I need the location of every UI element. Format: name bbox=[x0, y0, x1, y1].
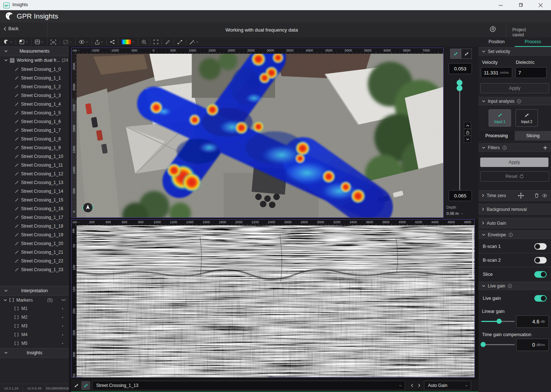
app-menu-button[interactable] bbox=[0, 37, 16, 46]
dielectric-input[interactable]: 7 bbox=[515, 67, 547, 78]
sidebar-item-scan[interactable]: Street Crossing_1_21 bbox=[0, 248, 69, 257]
measure-button[interactable] bbox=[162, 37, 174, 46]
background-removal-step-row[interactable]: Background removal bbox=[478, 204, 551, 215]
sidebar-item-scan[interactable]: Street Crossing_1_10 bbox=[0, 152, 69, 161]
input1-button[interactable]: Input 1 bbox=[489, 109, 511, 127]
minimize-button[interactable] bbox=[492, 0, 509, 10]
sidebar-item-scan[interactable]: Street Crossing_1_1 bbox=[0, 74, 69, 82]
envelope-header[interactable]: Envelope bbox=[478, 230, 551, 239]
tab-processing[interactable]: Processing bbox=[478, 131, 515, 140]
delete-icon[interactable] bbox=[535, 193, 539, 198]
input-analysis-header[interactable]: Input analysis bbox=[478, 97, 551, 105]
depth-range-slider[interactable] bbox=[459, 78, 460, 190]
bottombar-input2-toggle[interactable] bbox=[81, 381, 90, 390]
input1-view-toggle[interactable] bbox=[450, 49, 461, 59]
bscan1-toggle[interactable] bbox=[534, 243, 547, 250]
sidebar-item-marker[interactable]: M4 bbox=[0, 330, 69, 339]
auto-gain-step-row[interactable]: Auto Gain bbox=[478, 218, 551, 228]
set-velocity-header[interactable]: Set velocity bbox=[478, 47, 551, 56]
map-viewer[interactable]: cm -1500-1000-50005001000150020002500300… bbox=[71, 48, 444, 218]
depth-bottom-value[interactable]: 0.065 bbox=[449, 190, 472, 201]
gain-mode-dropdown[interactable]: Auto Gain bbox=[424, 381, 471, 390]
bottombar-input1-toggle[interactable] bbox=[72, 381, 81, 390]
depth-step-down-button[interactable] bbox=[464, 136, 471, 143]
bscan-horizontal-scrollbar[interactable] bbox=[81, 374, 268, 377]
sidebar-item-scan[interactable]: Street Crossing_1_11 bbox=[0, 161, 69, 170]
sidebar-item-scan[interactable]: Street Crossing_1_20 bbox=[0, 239, 69, 248]
depth-lock-button[interactable] bbox=[464, 129, 471, 136]
maximize-button[interactable] bbox=[512, 0, 529, 10]
analysis-wand-button[interactable] bbox=[186, 37, 202, 46]
next-scan-button[interactable] bbox=[416, 381, 423, 390]
zoom-history-button[interactable] bbox=[138, 37, 150, 46]
sidebar-item-scan[interactable]: Street Crossing_1_14 bbox=[0, 187, 69, 196]
sidebar-item-scan[interactable]: Street Crossing_1_3 bbox=[0, 91, 69, 100]
sidebar-item-marker[interactable]: M3 bbox=[0, 322, 69, 330]
depth-slider-handle-top[interactable] bbox=[457, 80, 462, 86]
bscan-vertical-scrollbar[interactable] bbox=[472, 229, 474, 280]
interpretation-section-header[interactable]: Interpretation bbox=[0, 286, 69, 296]
velocity-input[interactable]: 11.331cm/ns bbox=[481, 67, 512, 78]
velocity-apply-button[interactable]: Apply bbox=[480, 83, 549, 93]
tgc-slider-handle[interactable] bbox=[481, 342, 486, 347]
sidebar-item-marker[interactable]: M5 bbox=[0, 339, 69, 348]
measurement-group[interactable]: Working with dual fr... (24 bbox=[0, 56, 69, 65]
live-gain-toggle[interactable] bbox=[534, 295, 547, 302]
aerial-map-canvas[interactable] bbox=[72, 54, 443, 217]
sidebar-item-scan[interactable]: Street Crossing_1_19 bbox=[0, 230, 69, 239]
settings-button[interactable] bbox=[489, 26, 497, 34]
eye-closed-icon[interactable] bbox=[61, 299, 66, 302]
insights-section-header[interactable]: Insights bbox=[0, 348, 69, 358]
depth-top-value[interactable]: 0.053 bbox=[449, 63, 472, 74]
export-button[interactable] bbox=[92, 37, 106, 46]
sidebar-item-scan[interactable]: Street Crossing_1_8 bbox=[0, 135, 69, 143]
filters-apply-button[interactable]: Apply bbox=[480, 158, 548, 167]
depth-value-dropdown[interactable]: 0.06 m bbox=[446, 211, 463, 216]
bscan-viewer[interactable]: cm 2004006008001000120014001600180020002… bbox=[71, 219, 475, 377]
close-button[interactable] bbox=[532, 0, 549, 10]
visibility-icon[interactable] bbox=[542, 194, 547, 197]
move-icon[interactable] bbox=[518, 192, 524, 199]
visibility-button[interactable] bbox=[75, 37, 91, 46]
share-button[interactable] bbox=[107, 37, 118, 46]
sidebar-item-scan[interactable]: Street Crossing_1_22 bbox=[0, 257, 69, 265]
image-adjust-button[interactable] bbox=[60, 37, 75, 46]
sidebar-item-scan[interactable]: Street Crossing_1_23 bbox=[0, 265, 69, 274]
sidebar-item-scan[interactable]: Street Crossing_1_2 bbox=[0, 82, 69, 91]
input2-view-toggle[interactable] bbox=[461, 49, 472, 59]
colormap-button[interactable] bbox=[118, 37, 138, 46]
back-button[interactable]: Back bbox=[4, 26, 19, 31]
tgc-value[interactable]: 0dB/ns bbox=[516, 339, 549, 351]
markers-group[interactable]: Markers (5) bbox=[0, 295, 69, 305]
three-d-view-button[interactable]: 3D bbox=[47, 37, 60, 46]
tgc-slider[interactable] bbox=[481, 344, 515, 345]
input2-button[interactable]: Input 2 bbox=[515, 109, 538, 127]
bscan2-toggle[interactable] bbox=[534, 257, 547, 264]
timezero-step-row[interactable]: Time zero bbox=[478, 190, 551, 201]
map-unit-dropdown[interactable]: cm bbox=[73, 49, 80, 52]
split-view-button[interactable] bbox=[32, 37, 47, 46]
sidebar-item-scan[interactable]: Street Crossing_1_5 bbox=[0, 109, 69, 117]
sidebar-item-marker[interactable]: M2 bbox=[0, 313, 69, 322]
sidebar-item-marker[interactable]: M1 bbox=[0, 304, 69, 313]
sidebar-item-scan[interactable]: Street Crossing_1_13 bbox=[0, 178, 69, 187]
sidebar-item-scan[interactable]: Street Crossing_1_0 bbox=[0, 65, 69, 74]
depth-step-up-button[interactable] bbox=[464, 122, 471, 129]
bscan-depth-unit[interactable]: cm bbox=[72, 229, 75, 233]
sidebar-item-scan[interactable]: Street Crossing_1_12 bbox=[0, 170, 69, 178]
sidebar-item-scan[interactable]: Street Crossing_1_16 bbox=[0, 204, 69, 213]
tab-position[interactable]: Position bbox=[478, 37, 515, 47]
scan-selector-dropdown[interactable]: Street Crossing_1_13 bbox=[92, 381, 405, 390]
sidebar-item-scan[interactable]: Street Crossing_1_15 bbox=[0, 196, 69, 204]
layout-panels-button[interactable] bbox=[16, 37, 31, 46]
sidebar-item-scan[interactable]: Street Crossing_1_4 bbox=[0, 100, 69, 109]
linear-gain-slider[interactable] bbox=[481, 321, 515, 322]
bscan-unit-dropdown[interactable]: cm bbox=[73, 220, 80, 224]
add-filter-icon[interactable] bbox=[543, 146, 547, 150]
sidebar-item-scan[interactable]: Street Crossing_1_6 bbox=[0, 117, 69, 126]
sidebar-item-scan[interactable]: Street Crossing_1_18 bbox=[0, 222, 69, 230]
tab-process[interactable]: Process bbox=[515, 37, 551, 47]
route-points-button[interactable] bbox=[174, 37, 186, 46]
compass-reset-control[interactable] bbox=[81, 201, 95, 215]
filters-header[interactable]: Filters bbox=[478, 143, 551, 152]
